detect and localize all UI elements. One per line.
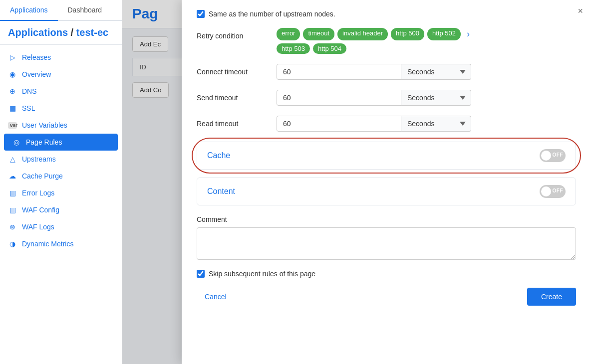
sidebar-item-ssl[interactable]: ▦ SSL — [0, 100, 122, 117]
waf-config-icon: ▤ — [8, 206, 17, 214]
tags-container-row2: http 503 http 504 — [277, 43, 576, 54]
releases-icon: ▷ — [8, 53, 17, 61]
send-timeout-unit[interactable]: Seconds Minutes — [401, 90, 471, 106]
error-logs-icon: ▤ — [8, 189, 17, 197]
cache-toggle[interactable]: OFF — [540, 149, 566, 162]
connect-timeout-input[interactable] — [277, 64, 401, 80]
sidebar-item-overview[interactable]: ◉ Overview — [0, 66, 122, 83]
modal-panel: × Same as the number of upstream nodes. … — [182, 0, 591, 364]
modal-body: Same as the number of upstream nodes. Re… — [182, 0, 591, 321]
var-icon: var — [8, 122, 17, 129]
sidebar-item-upstreams[interactable]: △ Upstreams — [0, 151, 122, 168]
send-timeout-row: Send timeout Seconds Minutes — [197, 90, 576, 106]
sidebar-item-label: Overview — [22, 70, 51, 78]
retry-condition-row: Retry condition error timeout invalid he… — [197, 28, 576, 54]
send-timeout-label: Send timeout — [197, 90, 277, 102]
content-toggle[interactable]: OFF — [540, 185, 566, 198]
tag-http-504[interactable]: http 504 — [313, 43, 346, 54]
upstreams-icon: △ — [8, 155, 17, 163]
tag-http-500[interactable]: http 500 — [391, 28, 424, 40]
dns-icon: ⊕ — [8, 87, 17, 95]
content-off-label: OFF — [553, 188, 564, 193]
read-timeout-control: Seconds Minutes — [277, 116, 576, 132]
form-actions: Cancel Create — [197, 288, 576, 306]
tag-http-503[interactable]: http 503 — [277, 43, 310, 54]
comment-section: Comment — [197, 215, 576, 262]
dynamic-metrics-icon: ◑ — [8, 240, 17, 248]
connect-timeout-label: Connect timeout — [197, 64, 277, 76]
breadcrumb-prefix[interactable]: Applications — [8, 27, 68, 38]
cache-purge-icon: ☁ — [8, 172, 17, 180]
same-as-upstream-checkbox[interactable] — [197, 10, 205, 18]
tag-timeout[interactable]: timeout — [303, 28, 334, 40]
page-rules-icon: ◎ — [12, 138, 21, 146]
cache-section-title: Cache — [207, 151, 230, 160]
sidebar-item-label: Dynamic Metrics — [22, 240, 73, 248]
sidebar-navigation: ▷ Releases ◉ Overview ⊕ DNS ▦ SSL var Us… — [0, 45, 122, 364]
sidebar-item-label: Page Rules — [26, 138, 62, 146]
read-timeout-label: Read timeout — [197, 116, 277, 128]
ssl-icon: ▦ — [8, 104, 17, 112]
send-timeout-control: Seconds Minutes — [277, 90, 576, 106]
sidebar-item-label: Cache Purge — [22, 172, 63, 180]
connect-timeout-unit[interactable]: Seconds Minutes — [401, 64, 471, 80]
sidebar-item-label: User Variables — [22, 121, 67, 129]
sidebar-item-label: SSL — [22, 104, 35, 112]
connect-timeout-group: Seconds Minutes — [277, 64, 576, 80]
sidebar-item-label: WAF Config — [22, 206, 59, 214]
content-section: Content OFF — [197, 178, 576, 205]
breadcrumb: Applications / test-ec — [0, 21, 122, 45]
create-button[interactable]: Create — [527, 288, 576, 306]
sidebar-item-dynamic-metrics[interactable]: ◑ Dynamic Metrics — [0, 235, 122, 252]
send-timeout-input[interactable] — [277, 90, 401, 106]
tab-dashboard[interactable]: Dashboard — [58, 0, 112, 21]
tag-invalid-header[interactable]: invalid header — [337, 28, 388, 40]
cancel-button[interactable]: Cancel — [197, 289, 235, 305]
read-timeout-row: Read timeout Seconds Minutes — [197, 116, 576, 132]
modal-close-button[interactable]: × — [578, 6, 583, 16]
sidebar-item-label: DNS — [22, 87, 37, 95]
comment-label: Comment — [197, 215, 576, 223]
retry-condition-label: Retry condition — [197, 28, 277, 40]
sidebar-item-releases[interactable]: ▷ Releases — [0, 49, 122, 66]
tag-error[interactable]: error — [277, 28, 300, 40]
content-toggle-slider: OFF — [540, 185, 566, 198]
tags-expand-icon[interactable]: › — [464, 28, 473, 40]
sidebar-item-waf-logs[interactable]: ⊛ WAF Logs — [0, 218, 122, 235]
cache-toggle-wrapper: OFF — [540, 149, 566, 162]
waf-logs-icon: ⊛ — [8, 223, 17, 231]
cache-section-header: Cache OFF — [197, 142, 576, 169]
connect-timeout-control: Seconds Minutes — [277, 64, 576, 80]
sidebar-item-page-rules[interactable]: ◎ Page Rules — [4, 134, 118, 151]
sidebar-item-dns[interactable]: ⊕ DNS — [0, 83, 122, 100]
sidebar-item-label: WAF Logs — [22, 223, 54, 231]
skip-subsequent-checkbox[interactable] — [197, 270, 205, 278]
sidebar-item-error-logs[interactable]: ▤ Error Logs — [0, 184, 122, 201]
read-timeout-input[interactable] — [277, 116, 401, 132]
cache-section-wrapper: Cache OFF — [197, 142, 576, 170]
sidebar-item-label: Upstreams — [22, 155, 56, 163]
tab-applications[interactable]: Applications — [0, 0, 58, 21]
send-timeout-group: Seconds Minutes — [277, 90, 576, 106]
skip-subsequent-label: Skip subsequent rules of this page — [209, 270, 315, 278]
same-as-upstream-row: Same as the number of upstream nodes. — [197, 10, 576, 18]
skip-subsequent-row: Skip subsequent rules of this page — [197, 270, 576, 278]
sidebar-item-user-variables[interactable]: var User Variables — [0, 117, 122, 134]
comment-textarea[interactable] — [197, 227, 576, 260]
top-navigation: Applications Dashboard DNS — [0, 0, 122, 21]
tags-container: error timeout invalid header http 500 ht… — [277, 28, 576, 40]
breadcrumb-separator: / — [71, 27, 76, 38]
retry-condition-tags: error timeout invalid header http 500 ht… — [277, 28, 576, 54]
sidebar-item-waf-config[interactable]: ▤ WAF Config — [0, 201, 122, 218]
sidebar-item-label: Error Logs — [22, 189, 54, 197]
cache-section: Cache OFF — [197, 142, 576, 170]
content-section-title: Content — [207, 187, 235, 196]
tag-http-502[interactable]: http 502 — [427, 28, 461, 40]
sidebar-item-label: Releases — [22, 53, 51, 61]
read-timeout-unit[interactable]: Seconds Minutes — [401, 116, 471, 132]
connect-timeout-row: Connect timeout Seconds Minutes — [197, 64, 576, 80]
modal-overlay: × Same as the number of upstream nodes. … — [122, 0, 591, 364]
overview-icon: ◉ — [8, 70, 17, 78]
content-section-header: Content OFF — [197, 178, 576, 205]
sidebar-item-cache-purge[interactable]: ☁ Cache Purge — [0, 168, 122, 184]
